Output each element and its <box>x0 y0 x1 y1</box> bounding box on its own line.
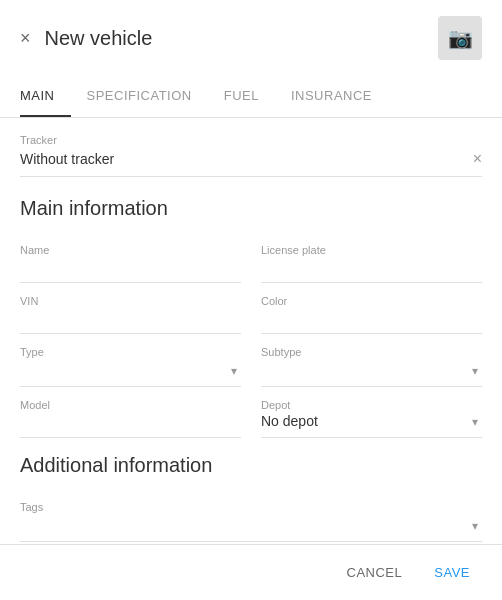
vin-field: VIN <box>20 287 241 334</box>
tab-insurance[interactable]: INSURANCE <box>275 76 388 117</box>
name-license-row: Name License plate <box>20 236 482 283</box>
type-subtype-row: Type Subtype <box>20 338 482 387</box>
additional-section: Additional information Tags Additional i… <box>20 454 482 544</box>
subtype-value <box>261 360 482 380</box>
tab-bar: MAIN SPECIFICATION FUEL INSURANCE <box>0 76 502 118</box>
camera-button[interactable]: 📷 <box>438 16 482 60</box>
type-field[interactable]: Type <box>20 338 241 387</box>
color-field: Color <box>261 287 482 334</box>
dialog-footer: CANCEL SAVE <box>0 544 502 600</box>
name-input[interactable] <box>20 259 241 275</box>
dialog-content: Tracker Without tracker × Main informati… <box>0 118 502 544</box>
model-input[interactable] <box>20 414 241 430</box>
cancel-button[interactable]: CANCEL <box>335 557 415 588</box>
tab-main[interactable]: MAIN <box>20 76 71 117</box>
name-field: Name <box>20 236 241 283</box>
color-input[interactable] <box>261 310 482 326</box>
tags-value <box>20 515 482 535</box>
additional-info-title: Additional information <box>20 454 482 477</box>
name-label: Name <box>20 244 241 256</box>
type-value <box>20 360 241 380</box>
subtype-label: Subtype <box>261 346 482 358</box>
depot-value: No depot <box>261 413 482 429</box>
vin-color-row: VIN Color <box>20 287 482 334</box>
main-info-title: Main information <box>20 197 482 220</box>
camera-icon: 📷 <box>448 26 473 50</box>
header-left: × New vehicle <box>20 27 152 50</box>
dialog-title: New vehicle <box>45 27 153 50</box>
model-label: Model <box>20 399 241 411</box>
model-depot-row: Model Depot No depot <box>20 391 482 438</box>
tags-field[interactable]: Tags <box>20 493 482 542</box>
license-input[interactable] <box>261 259 482 275</box>
tags-row: Tags <box>20 493 482 542</box>
tab-fuel[interactable]: FUEL <box>208 76 275 117</box>
subtype-field[interactable]: Subtype <box>261 338 482 387</box>
license-field: License plate <box>261 236 482 283</box>
new-vehicle-dialog: × New vehicle 📷 MAIN SPECIFICATION FUEL … <box>0 0 502 600</box>
depot-field[interactable]: Depot No depot <box>261 391 482 438</box>
tracker-label: Tracker <box>20 134 482 146</box>
tracker-section: Tracker Without tracker × <box>20 134 482 177</box>
save-button[interactable]: SAVE <box>422 557 482 588</box>
tracker-row: Without tracker × <box>20 150 482 177</box>
license-label: License plate <box>261 244 482 256</box>
vin-label: VIN <box>20 295 241 307</box>
tab-specification[interactable]: SPECIFICATION <box>71 76 208 117</box>
dialog-header: × New vehicle 📷 <box>0 0 502 76</box>
color-label: Color <box>261 295 482 307</box>
close-icon[interactable]: × <box>20 29 31 47</box>
depot-label: Depot <box>261 399 482 411</box>
tags-label: Tags <box>20 501 482 513</box>
vin-input[interactable] <box>20 310 241 326</box>
tracker-value: Without tracker <box>20 151 114 167</box>
model-field: Model <box>20 391 241 438</box>
tracker-clear-icon[interactable]: × <box>473 150 482 168</box>
type-label: Type <box>20 346 241 358</box>
